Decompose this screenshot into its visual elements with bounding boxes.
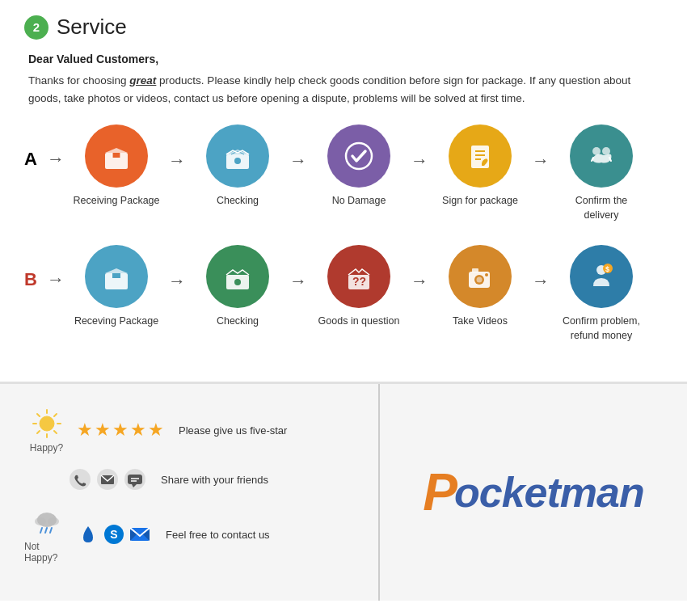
circle-take-videos	[449, 245, 512, 308]
svg-text:??: ??	[352, 275, 366, 288]
caption-take-videos: Take Videos	[453, 314, 508, 329]
flow-item: Sign for package	[432, 124, 529, 209]
svg-marker-1	[105, 148, 128, 153]
mail-blue-icon	[129, 523, 151, 546]
not-happy-icon-col: Not Happy?	[24, 505, 69, 563]
feedback-text-stars: Please give us five-star	[179, 424, 287, 437]
arrow-1: →	[168, 150, 186, 171]
circle-receiving	[85, 124, 148, 188]
svg-point-8	[346, 143, 372, 169]
svg-rect-17	[112, 273, 120, 278]
feedback-text-share: Share with your friends	[161, 474, 268, 486]
chat-icon	[124, 468, 146, 491]
caption-confirm-refund: Confirm problem, refund money	[557, 314, 646, 343]
star-rating: ★ ★ ★ ★ ★	[77, 420, 164, 441]
circle-confirm	[570, 124, 633, 188]
feedback-row-stars: Happy? ★ ★ ★ ★ ★ Please give us five-sta…	[24, 407, 354, 454]
pocketman-logo: P ocketman	[423, 466, 643, 518]
circle-checking-b	[206, 245, 269, 308]
flow-item: Checking	[189, 124, 286, 209]
logo-p: P	[423, 466, 457, 518]
water-icon	[77, 523, 99, 546]
circle-goods-question: ??	[327, 245, 390, 308]
happy-label: Happy?	[30, 442, 63, 454]
caption-sign: Sign for package	[442, 194, 518, 209]
svg-line-36	[54, 431, 57, 433]
star-2: ★	[95, 420, 111, 441]
row-a-label: A	[24, 149, 40, 170]
svg-rect-2	[112, 153, 120, 158]
caption-checking-a: Checking	[217, 194, 259, 209]
svg-point-19	[234, 279, 241, 285]
circle-confirm-refund: $	[570, 245, 633, 308]
svg-line-38	[37, 431, 40, 433]
share-icons	[69, 468, 146, 491]
caption-goods-question: Goods in question	[318, 314, 400, 329]
skype-icon: S	[104, 525, 124, 544]
logo-rest: ocketman	[454, 468, 644, 517]
arrow-b1: →	[168, 271, 186, 292]
arrow-b3: →	[411, 271, 428, 292]
svg-point-30	[40, 416, 54, 431]
flow-items-b: Receving Package → Checking →	[68, 245, 663, 343]
svg-point-14	[602, 147, 610, 155]
svg-point-39	[70, 469, 91, 490]
svg-rect-43	[128, 475, 142, 484]
phone-icon	[69, 468, 91, 491]
arrow-4: →	[532, 150, 550, 171]
arrow-b4: →	[532, 271, 550, 292]
svg-line-37	[54, 414, 57, 416]
feedback-text-contact: Feel free to contact us	[166, 529, 270, 541]
happy-icon-col: Happy?	[24, 407, 69, 454]
not-happy-label: Not Happy?	[24, 541, 69, 563]
arrow-2: →	[289, 150, 307, 171]
svg-point-13	[592, 147, 601, 155]
row-b-label: B	[24, 269, 40, 290]
contact-icons: S	[77, 523, 151, 546]
row-b-arrow: →	[47, 269, 65, 290]
svg-point-48	[48, 517, 59, 525]
caption-checking-b: Checking	[217, 314, 259, 329]
svg-line-49	[40, 528, 42, 533]
circle-nodamage	[327, 124, 390, 188]
feedback-row-contact: Not Happy? S Feel free to contact us	[24, 505, 354, 563]
star-3: ★	[112, 420, 129, 441]
flow-row-b: B → Receving Package →	[24, 245, 663, 343]
flow-item: No Damage	[310, 124, 407, 209]
svg-point-7	[234, 158, 241, 164]
service-description: Thanks for choosing great products. Plea…	[28, 72, 663, 107]
arrow-b2: →	[289, 271, 307, 292]
circle-sign	[449, 124, 512, 188]
caption-confirm-delivery: Confirm the delivery	[557, 194, 646, 222]
caption-receiving: Receiving Package	[73, 194, 159, 209]
svg-rect-25	[472, 268, 478, 272]
row-a-arrow: →	[47, 149, 65, 170]
svg-point-24	[477, 277, 483, 283]
sun-icon	[30, 407, 64, 441]
svg-line-51	[50, 528, 52, 533]
feedback-row-share: Share with your friends	[69, 468, 354, 491]
arrow-3: →	[411, 150, 428, 171]
flow-item: $ Confirm problem, refund money	[553, 245, 650, 343]
svg-point-26	[485, 273, 488, 276]
svg-line-35	[37, 414, 40, 416]
feedback-section: Happy? ★ ★ ★ ★ ★ Please give us five-sta…	[0, 384, 380, 601]
star-4: ★	[130, 420, 146, 441]
svg-line-50	[45, 528, 47, 533]
greeting-text: Dear Valued Customers,	[28, 53, 663, 65]
flow-items-a: Receiving Package → Checking	[68, 124, 663, 222]
flow-item: Checking	[189, 245, 286, 329]
cloud-rain-icon	[30, 505, 64, 539]
caption-receiving-b: Receving Package	[74, 314, 158, 329]
service-header: 2 Service	[24, 15, 663, 40]
flow-row-a: A → Receiving Package →	[24, 124, 663, 222]
star-5: ★	[148, 420, 164, 441]
logo-section: P ocketman	[380, 384, 687, 601]
svg-marker-16	[105, 268, 128, 273]
step-badge: 2	[24, 15, 48, 40]
svg-rect-9	[471, 146, 489, 168]
flow-item: Confirm the delivery	[553, 124, 650, 222]
bottom-section: Happy? ★ ★ ★ ★ ★ Please give us five-sta…	[0, 384, 687, 601]
service-title: Service	[57, 15, 127, 40]
flow-item: Receving Package	[68, 245, 165, 329]
